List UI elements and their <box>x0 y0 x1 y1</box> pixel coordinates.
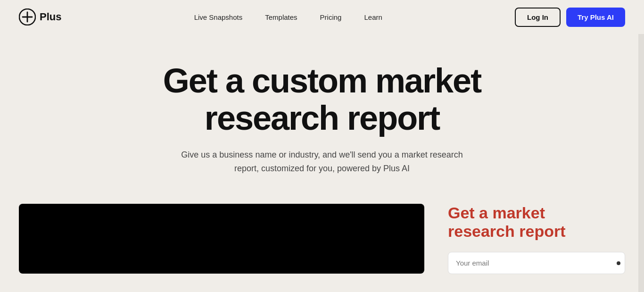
bottom-section: Get a market research report <box>0 204 644 274</box>
video-preview[interactable] <box>19 204 424 274</box>
email-input-container <box>448 252 625 274</box>
form-title-accent: research <box>448 222 515 240</box>
input-indicator-dot <box>617 261 620 265</box>
nav-templates[interactable]: Templates <box>256 9 306 25</box>
nav-actions: Log In Try Plus AI <box>515 8 625 27</box>
nav-learn[interactable]: Learn <box>355 9 391 25</box>
logo[interactable]: Plus <box>19 8 61 25</box>
form-title: Get a market research report <box>448 204 625 241</box>
navbar: Plus Live Snapshots Templates Pricing Le… <box>0 0 644 34</box>
scrollbar[interactable] <box>638 0 644 292</box>
nav-pricing[interactable]: Pricing <box>311 9 351 25</box>
hero-subtitle: Give us a business name or industry, and… <box>176 148 468 175</box>
email-input[interactable] <box>448 252 625 274</box>
form-title-line1: Get a market <box>448 204 545 222</box>
plus-logo-icon <box>19 8 36 25</box>
logo-wordmark: Plus <box>40 11 61 23</box>
login-button[interactable]: Log In <box>515 8 561 27</box>
form-panel: Get a market research report <box>443 204 625 274</box>
form-title-line2: report <box>519 222 565 240</box>
try-plus-ai-button[interactable]: Try Plus AI <box>566 8 625 27</box>
nav-live-snapshots[interactable]: Live Snapshots <box>185 9 252 25</box>
hero-section: Get a custom market research report Give… <box>0 34 644 194</box>
nav-links: Live Snapshots Templates Pricing Learn <box>185 9 392 25</box>
hero-title: Get a custom market research report <box>110 62 534 137</box>
